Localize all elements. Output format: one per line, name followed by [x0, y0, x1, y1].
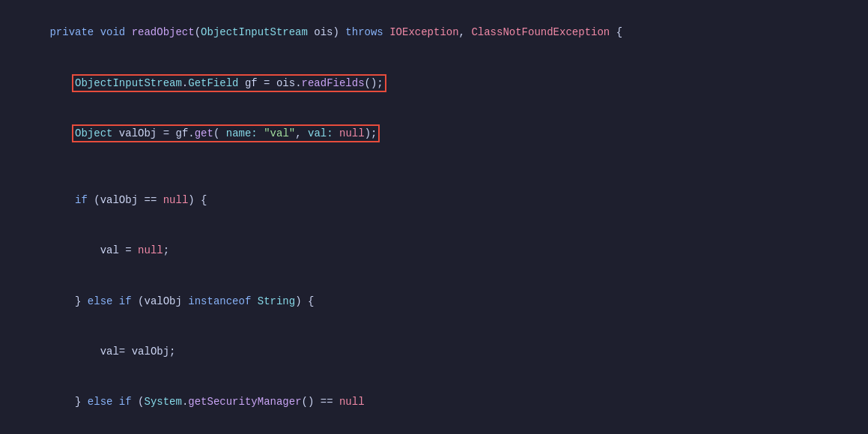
- code-line-1: private void readObject(ObjectInputStrea…: [12, 7, 856, 58]
- code-line-9: } else if (System.getSecurityManager() =…: [12, 377, 856, 427]
- code-line-8: val= valObj;: [12, 326, 856, 376]
- code-line-6: val = null;: [12, 226, 856, 276]
- token-method-name: readObject: [132, 26, 195, 38]
- code-line-4: [12, 159, 856, 175]
- code-line-2: ObjectInputStream.GetField gf = ois.read…: [12, 58, 856, 108]
- token-param: ois: [314, 26, 333, 38]
- token-ioexception: IOException: [389, 26, 458, 38]
- token-private: private: [49, 26, 94, 38]
- highlight-box-1: ObjectInputStream.GetField gf = ois.read…: [75, 77, 383, 89]
- code-line-7: } else if (valObj instanceof String) {: [12, 276, 856, 326]
- highlight-box-2: Object valObj = gf.get( name: "val", val…: [75, 127, 377, 139]
- token-void: void: [100, 26, 126, 38]
- code-line-3: Object valObj = gf.get( name: "val", val…: [12, 108, 856, 158]
- token-classnotfound: ClassNotFoundException: [471, 26, 610, 38]
- code-line-10: || valObj instanceof Long: [12, 427, 856, 434]
- code-line-5: if (valObj == null) {: [12, 175, 856, 226]
- token-type: ObjectInputStream: [201, 26, 308, 38]
- code-editor: private void readObject(ObjectInputStrea…: [0, 0, 868, 434]
- token-throws: throws: [345, 26, 383, 38]
